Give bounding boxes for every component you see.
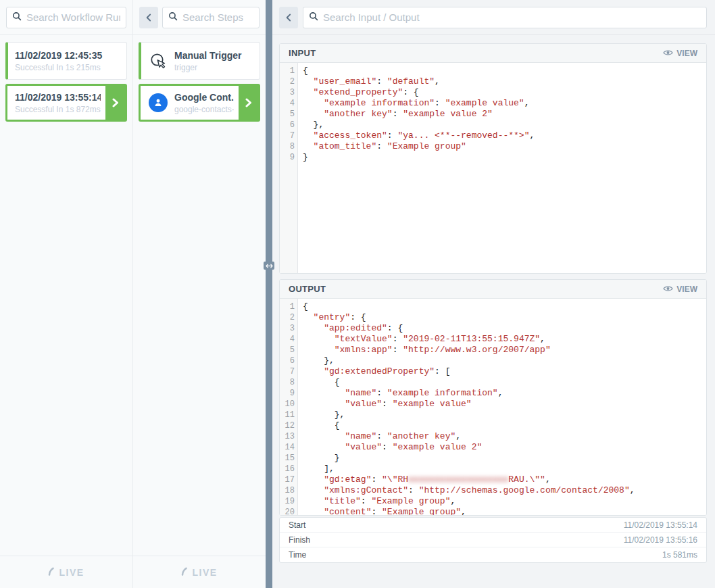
panel-resize-handle[interactable] <box>264 262 274 270</box>
line-number: 7 <box>280 366 298 377</box>
manual-trigger-icon <box>148 52 168 70</box>
summary-row: Finish11/02/2019 13:55:16 <box>280 533 706 547</box>
line-number: 8 <box>280 141 298 152</box>
line-number: 2 <box>280 312 298 323</box>
step-subtitle: google-contacts-1 <box>174 105 234 114</box>
steps-search-box[interactable] <box>162 7 260 28</box>
workflow-run-card[interactable]: 11/02/2019 12:45:35Successful In 1s 215m… <box>5 42 127 80</box>
input-header: INPUT VIEW <box>280 44 706 63</box>
workflow-run-card[interactable]: 11/02/2019 13:55:14Successful In 1s 872m… <box>5 84 127 122</box>
io-panel: INPUT VIEW 1{2 "user_email": "default",3… <box>272 0 715 588</box>
summary-row: Start11/02/2019 13:55:14 <box>280 518 706 533</box>
line-number: 20 <box>280 507 298 515</box>
chevron-right-icon[interactable] <box>239 86 258 120</box>
search-icon <box>309 11 318 24</box>
line-number: 4 <box>280 334 298 345</box>
workflow-runs-search-bar <box>0 0 132 35</box>
code-line: 12 { <box>280 420 706 431</box>
eye-icon <box>663 285 673 294</box>
code-text: { <box>298 420 340 431</box>
code-text: "content": "Example group", <box>298 507 466 515</box>
code-text: }, <box>298 356 335 366</box>
summary-value: 11/02/2019 13:55:16 <box>624 535 697 545</box>
back-button[interactable] <box>139 7 158 28</box>
line-number: 19 <box>280 496 298 507</box>
workflow-run-title: 11/02/2019 13:55:14 <box>15 92 101 103</box>
workflow-runs-search-box[interactable] <box>6 7 126 28</box>
workflow-runs-search-input[interactable] <box>26 11 120 23</box>
summary-label: Time <box>289 550 306 560</box>
line-number: 3 <box>280 323 298 334</box>
code-line: 3 "extend_property": { <box>280 87 706 98</box>
chevron-right-icon[interactable] <box>105 86 125 120</box>
code-text: } <box>298 152 308 163</box>
code-text: "value": "example value 2" <box>298 442 482 453</box>
io-search-box[interactable] <box>303 7 707 28</box>
line-number: 1 <box>280 301 298 312</box>
live-indicator[interactable]: LIVE <box>133 556 266 588</box>
code-line: 4 "example information": "example value"… <box>280 98 706 109</box>
code-text: "name": "example information", <box>298 388 503 399</box>
code-text: ], <box>298 464 335 474</box>
code-text: "user_email": "default", <box>298 76 440 87</box>
code-line: 13 "name": "another key", <box>280 431 706 442</box>
code-line: 4 "textValue": "2019-02-11T13:55:15.947Z… <box>280 334 706 345</box>
code-line: 19 "title": "Example group", <box>280 496 706 507</box>
step-card[interactable]: Google Cont...google-contacts-1 <box>139 84 260 122</box>
code-line: 10 "value": "example value" <box>280 399 706 410</box>
code-line: 2 "entry": { <box>280 312 706 323</box>
code-line: 14 "value": "example value 2" <box>280 442 706 453</box>
code-text: "app:edited": { <box>298 323 403 334</box>
summary-label: Finish <box>289 535 310 545</box>
code-line: 8 { <box>280 377 706 388</box>
input-card: INPUT VIEW 1{2 "user_email": "default",3… <box>279 43 707 274</box>
code-line: 11 }, <box>280 410 706 420</box>
line-number: 7 <box>280 130 298 141</box>
live-label: LIVE <box>192 567 217 578</box>
code-line: 17 "gd:etag": "\"RHxxxxxxxxxxxxxxxxxxxRA… <box>280 474 706 485</box>
code-text: "another key": "example value 2" <box>298 109 493 120</box>
code-line: 15 } <box>280 453 706 464</box>
input-code-viewer[interactable]: 1{2 "user_email": "default",3 "extend_pr… <box>280 63 706 273</box>
line-number: 3 <box>280 87 298 98</box>
io-search-input[interactable] <box>323 11 701 23</box>
output-view-button[interactable]: VIEW <box>663 285 697 294</box>
code-line: 9} <box>280 152 706 163</box>
workflow-runs-list: 11/02/2019 12:45:35Successful In 1s 215m… <box>0 35 132 556</box>
summary-value: 11/02/2019 13:55:14 <box>624 520 697 530</box>
back-button[interactable] <box>279 7 298 28</box>
line-number: 17 <box>280 474 298 485</box>
code-text: { <box>298 301 308 312</box>
live-indicator[interactable]: LIVE <box>0 556 132 588</box>
line-number: 1 <box>280 66 298 76</box>
line-number: 5 <box>280 345 298 356</box>
input-code-lines: 1{2 "user_email": "default",3 "extend_pr… <box>280 63 706 163</box>
output-header: OUTPUT VIEW <box>280 280 706 299</box>
code-text: "gd:etag": "\"RHxxxxxxxxxxxxxxxxxxxRAU.\… <box>298 474 551 485</box>
workflow-run-subtitle: Successful In 1s 872ms <box>15 105 101 114</box>
search-icon <box>168 11 178 24</box>
code-line: 20 "content": "Example group", <box>280 507 706 515</box>
google-contacts-icon <box>148 93 168 112</box>
code-line: 3 "app:edited": { <box>280 323 706 334</box>
code-line: 16 ], <box>280 464 706 474</box>
output-code-viewer[interactable]: 1{2 "entry": {3 "app:edited": {4 "textVa… <box>280 299 706 515</box>
code-text: "entry": { <box>298 312 366 323</box>
panel-divider[interactable] <box>266 0 272 588</box>
steps-search-input[interactable] <box>182 11 253 23</box>
view-label: VIEW <box>676 285 697 294</box>
line-number: 10 <box>280 399 298 410</box>
input-title: INPUT <box>289 48 316 58</box>
step-card[interactable]: Manual Triggertrigger <box>139 42 260 80</box>
step-card-body: Manual Triggertrigger <box>174 50 254 72</box>
code-text: }, <box>298 410 345 420</box>
step-title: Google Cont... <box>174 92 234 103</box>
code-text: "value": "example value" <box>298 399 472 410</box>
workflow-runs-panel: 11/02/2019 12:45:35Successful In 1s 215m… <box>0 0 133 588</box>
code-line: 6 }, <box>280 356 706 366</box>
code-line: 8 "atom_title": "Example group" <box>280 141 706 152</box>
workflow-run-card-body: 11/02/2019 13:55:14Successful In 1s 872m… <box>15 92 101 114</box>
io-search-bar <box>272 0 715 35</box>
input-view-button[interactable]: VIEW <box>663 49 697 58</box>
code-text: "name": "another key", <box>298 431 461 442</box>
